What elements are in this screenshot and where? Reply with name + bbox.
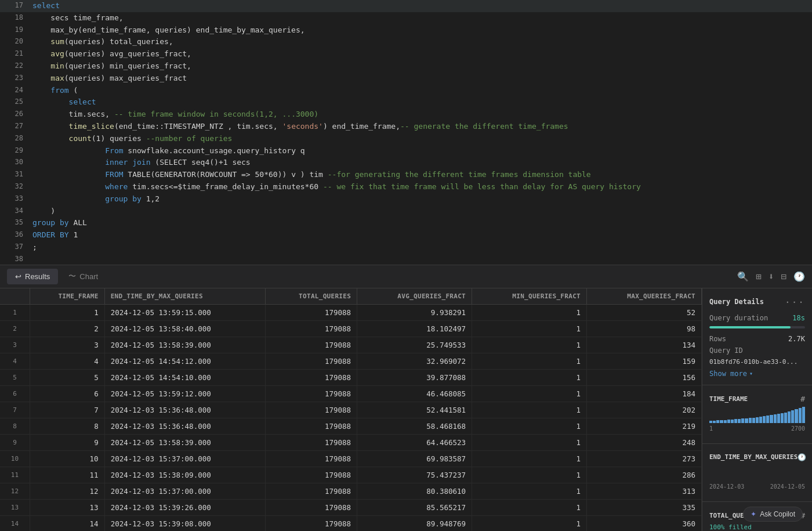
column-header-2[interactable]: END_TIME_BY_MAX_QUERIES [104,288,265,305]
table-row[interactable]: 992024-12-05 13:58:39.00017908864.466523… [0,434,702,450]
table-cell: 1 [472,499,587,515]
split-icon[interactable]: ⊟ [781,271,786,282]
table-row[interactable]: 882024-12-03 15:36:48.00017908858.468168… [0,418,702,434]
table-cell: 11 [0,467,30,483]
divider-2 [702,443,812,444]
column-header-4[interactable]: AVG_QUERIES_FRACT [357,288,472,305]
column-header-5[interactable]: MIN_QUERIES_FRACT [472,288,587,305]
tab-chart-label: Chart [79,272,98,281]
end-time-max: 2024-12-05 [770,483,805,490]
table-cell: 219 [586,418,701,434]
columns-icon[interactable]: ⊞ [756,271,762,282]
table-row[interactable]: 14142024-12-03 15:39:08.00017908889.9487… [0,515,702,531]
bar [731,420,734,423]
table-cell: 2024-12-03 15:37:00.000 [104,450,265,467]
table-header: TIME_FRAMEEND_TIME_BY_MAX_QUERIESTOTAL_Q… [0,288,702,305]
table-cell: 5 [0,369,30,385]
table-cell: 179088 [265,304,357,320]
table-cell: 98 [586,320,701,337]
table-cell: 1 [472,467,587,483]
table-row[interactable]: 11112024-12-03 15:38:09.00017908875.4372… [0,467,702,483]
column-header-1[interactable]: TIME_FRAME [30,288,104,305]
table-cell: 1 [472,304,587,320]
time-frame-chart-label: TIME_FRAME # [709,395,805,403]
copilot-label: Ask Copilot [760,510,795,518]
copilot-icon: ✦ [751,510,756,518]
table-row[interactable]: 222024-12-05 13:58:40.00017908818.102497… [0,320,702,337]
table-cell: 58.468168 [357,418,472,434]
ask-copilot-button[interactable]: ✦ Ask Copilot [743,507,803,522]
bar [763,416,766,423]
duration-bar [709,326,805,328]
table-row[interactable]: 552024-12-05 14:54:10.00017908839.877088… [0,369,702,385]
more-options-icon[interactable]: ··· [785,297,805,308]
table-cell: 11 [30,467,104,483]
table-row[interactable]: 13132024-12-03 15:39:26.00017908885.5652… [0,499,702,515]
show-more-button[interactable]: Show more ▾ [702,367,812,380]
table-cell: 46.468085 [357,385,472,402]
table-cell: 75.437237 [357,467,472,483]
bar [713,421,716,423]
table-row[interactable]: 662024-12-05 13:59:12.00017908846.468085… [0,385,702,402]
column-header-3[interactable]: TOTAL_QUERIES [265,288,357,305]
bar [749,418,752,423]
divider-1 [702,385,812,385]
chart-icon: 〜 [68,271,76,281]
code-line: 30 inner join (SELECT seq4()+1 secs [0,157,812,169]
code-line: 19 max_by(end_time_frame, queries) end_t… [0,24,812,37]
table-cell: 1 [472,337,587,353]
tab-chart[interactable]: 〜 Chart [60,268,106,285]
bar [766,416,769,423]
duration-value: 18s [792,314,805,322]
results-table-container[interactable]: TIME_FRAMEEND_TIME_BY_MAX_QUERIESTOTAL_Q… [0,288,702,531]
table-cell: 12 [0,483,30,499]
column-header-6[interactable]: MAX_QUERIES_FRACT [586,288,701,305]
filled-label: 100% filled [709,523,805,531]
table-cell: 179088 [265,385,357,402]
table-cell: 2024-12-05 13:58:40.000 [104,320,265,337]
table-cell: 2024-12-05 13:59:15.000 [104,304,265,320]
table-cell: 1 [472,515,587,531]
time-frame-max: 2700 [791,425,805,432]
end-time-min: 2024-12-03 [709,483,744,490]
table-cell: 1 [472,434,587,450]
table-cell: 2024-12-03 15:36:48.000 [104,402,265,418]
bar [770,415,773,423]
table-row[interactable]: 442024-12-05 14:54:12.00017908832.969072… [0,353,702,369]
table-row[interactable]: 10102024-12-03 15:37:00.00017908869.9835… [0,450,702,467]
results-table: TIME_FRAMEEND_TIME_BY_MAX_QUERIESTOTAL_Q… [0,288,702,531]
clock-icon[interactable]: 🕐 [793,271,805,282]
column-header-0[interactable] [0,288,30,305]
table-cell: 13 [30,499,104,515]
hash-icon-1: # [800,395,805,403]
table-row[interactable]: 332024-12-05 13:58:39.00017908825.749533… [0,337,702,353]
table-cell: 1 [472,418,587,434]
table-cell: 134 [586,337,701,353]
table-row[interactable]: 772024-12-03 15:36:48.00017908852.441581… [0,402,702,418]
code-editor: 17select18 secs time_frame,19 max_by(end… [0,0,812,265]
main-content: TIME_FRAMEEND_TIME_BY_MAX_QUERIESTOTAL_Q… [0,288,812,531]
table-cell: 10 [30,450,104,467]
code-line: 18 secs time_frame, [0,12,812,24]
table-cell: 179088 [265,450,357,467]
tab-results[interactable]: ↩ Results [7,269,58,284]
bar [724,420,727,423]
table-cell: 179088 [265,483,357,499]
table-cell: 39.877088 [357,369,472,385]
table-row[interactable]: 112024-12-05 13:59:15.0001790889.9382911… [0,304,702,320]
table-cell: 89.948769 [357,515,472,531]
table-cell: 159 [586,353,701,369]
bar [741,418,744,423]
download-icon[interactable]: ⬇ [768,271,774,282]
bar [759,417,762,423]
bar [788,411,791,423]
table-cell: 9.938291 [357,304,472,320]
table-row[interactable]: 12122024-12-03 15:37:00.00017908880.3806… [0,483,702,499]
search-icon[interactable]: 🔍 [737,271,749,282]
table-cell: 2024-12-03 15:37:00.000 [104,483,265,499]
table-cell: 3 [30,337,104,353]
table-cell: 2024-12-03 15:36:48.000 [104,418,265,434]
table-cell: 64.466523 [357,434,472,450]
table-cell: 85.565217 [357,499,472,515]
table-cell: 2 [0,320,30,337]
